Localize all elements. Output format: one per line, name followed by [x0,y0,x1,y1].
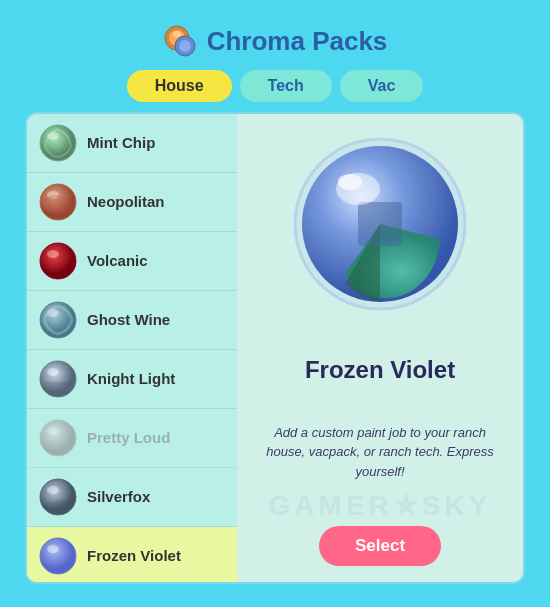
knight-light-label: Knight Light [87,370,175,387]
detail-panel: Frozen Violet Add a custom paint job to … [237,114,523,582]
silverfox-icon [39,478,77,516]
frozen-violet-label: Frozen Violet [87,547,181,564]
list-item[interactable]: Silverfox [27,468,237,527]
page-title: Chroma Packs [207,26,388,57]
neopolitan-icon [39,183,77,221]
svg-point-9 [40,243,76,279]
neopolitan-label: Neopolitan [87,193,165,210]
list-item-selected[interactable]: Frozen Violet [27,527,237,582]
svg-point-20 [47,545,59,553]
detail-image [290,134,470,314]
mint-chip-label: Mint Chip [87,134,155,151]
detail-description: Add a custom paint job to your ranch hou… [253,423,507,482]
svg-point-15 [40,420,76,456]
ghost-wine-label: Ghost Wine [87,311,170,328]
list-item[interactable]: Knight Light [27,350,237,409]
svg-point-16 [47,427,59,435]
header: Chroma Packs [163,24,388,60]
main-container: Chroma Packs House Tech Vac [15,14,535,594]
svg-point-17 [40,479,76,515]
ghost-wine-icon [39,301,77,339]
svg-point-19 [40,538,76,574]
list-item[interactable]: Mint Chip [27,114,237,173]
svg-point-25 [338,174,362,190]
pretty-loud-icon [39,419,77,457]
svg-point-3 [179,40,191,52]
list-item[interactable]: Pretty Loud [27,409,237,468]
svg-point-10 [47,250,59,258]
tab-bar: House Tech Vac [127,70,424,102]
select-button[interactable]: Select [319,526,441,566]
watermark: GAMER★SKY [237,489,523,522]
tab-house[interactable]: House [127,70,232,102]
list-item[interactable]: Volcanic [27,232,237,291]
pretty-loud-label: Pretty Loud [87,429,170,446]
volcanic-label: Volcanic [87,252,148,269]
silverfox-label: Silverfox [87,488,150,505]
svg-point-18 [47,486,59,494]
content-area: Mint Chip [25,112,525,584]
tab-vac[interactable]: Vac [340,70,424,102]
tab-tech[interactable]: Tech [240,70,332,102]
mint-chip-icon [39,124,77,162]
svg-rect-23 [358,202,402,246]
list-scroll[interactable]: Mint Chip [27,114,237,582]
svg-point-14 [47,368,59,376]
chroma-icon [163,24,199,60]
frozen-violet-icon [39,537,77,575]
list-panel: Mint Chip [27,114,237,582]
volcanic-icon [39,242,77,280]
knight-light-icon [39,360,77,398]
list-item[interactable]: Neopolitan [27,173,237,232]
svg-point-4 [173,31,181,37]
detail-name: Frozen Violet [305,356,455,384]
list-item[interactable]: Ghost Wine [27,291,237,350]
detail-ball-svg [290,134,470,314]
